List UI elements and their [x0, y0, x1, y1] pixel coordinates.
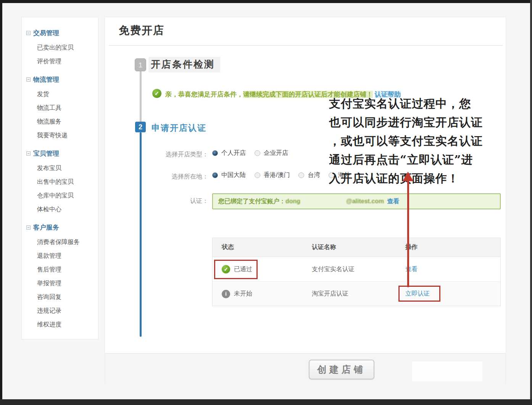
annotation-line: 支付宝实名认证过程中，您	[329, 94, 505, 113]
red-arrow-line	[407, 180, 409, 287]
sidebar-item-health-center[interactable]: 体检中心	[26, 202, 98, 216]
sidebar-group-label: 客户服务	[33, 223, 59, 232]
shop-type-options: 个人开店 企业开店	[212, 149, 293, 157]
sidebar-item-rights-progress[interactable]: 维权进度	[26, 318, 98, 331]
sidebar-group-items: 宝贝管理 发布宝贝 出售中的宝贝 仓库中的宝贝 体检中心	[26, 148, 98, 216]
collapse-icon	[26, 77, 31, 82]
radio-enterprise-shop[interactable]	[255, 150, 260, 156]
frame-border-right	[530, 0, 532, 400]
sidebar-item-items-on-sale[interactable]: 出售中的宝贝	[26, 175, 98, 189]
sidebar-group-label: 物流管理	[33, 75, 59, 84]
step2-title: 申请开店认证	[152, 122, 206, 134]
location-label: 选择所在地：	[142, 173, 208, 181]
table-row-taobao-cert: i 未开始 淘宝开店认证 立即认证	[213, 281, 500, 306]
cert-name: 淘宝开店认证	[312, 290, 405, 298]
step1-badge: 1	[135, 58, 146, 71]
cert-account-domain: @alitest.com	[346, 198, 384, 205]
sidebar-item-logistics-services[interactable]: 物流服务	[26, 115, 98, 129]
alipay-bound-box: 您已绑定了支付宝账户：dong@alitest.com 查看	[212, 193, 501, 209]
status-badge: 未开始	[234, 290, 252, 298]
screenshot-root: 交易管理 已卖出的宝贝 评价管理 物流管理 发货 物流工具 物流服务 我要寄快递…	[0, 0, 532, 405]
frame-border-bottom	[0, 399, 532, 405]
step1-title: 开店条件检测	[148, 57, 220, 72]
table-header-row: 状态 认证名称 操作	[213, 238, 500, 257]
annotation-line: 通过后再点击“立即认证”进	[329, 150, 505, 169]
sidebar-group-logistics: 物流管理 发货 物流工具 物流服务 我要寄快递	[26, 74, 98, 142]
sidebar-item-send-express[interactable]: 我要寄快递	[26, 129, 98, 142]
sidebar-group-label: 宝贝管理	[33, 149, 59, 158]
radio-taiwan[interactable]	[298, 172, 304, 178]
sidebar-item-aftersale-management[interactable]: 售后管理	[26, 263, 98, 276]
collapse-icon	[26, 151, 31, 156]
red-arrow-head-icon	[403, 172, 413, 181]
sidebar-header-item-management[interactable]: 宝贝管理	[26, 148, 98, 159]
shop-type-label: 选择开店类型：	[142, 151, 208, 159]
frame-border-left	[0, 0, 2, 400]
sidebar-item-report-management[interactable]: 举报管理	[26, 276, 98, 290]
sidebar-group-label: 交易管理	[33, 29, 59, 37]
cert-label: 认证：	[142, 197, 208, 205]
step-timeline-gray	[140, 71, 142, 122]
step2-badge: 2	[135, 122, 146, 132]
radio-label[interactable]: 香港/澳门	[264, 171, 290, 179]
radio-mainland-china[interactable]	[212, 172, 218, 178]
main-content: 免费开店 1 开店条件检测 ✓ 亲，恭喜您满足开店条件，请继续完成下面的开店认证…	[105, 17, 506, 384]
annotation-line: 也可以同步进行淘宝开店认证	[329, 113, 505, 132]
collapse-icon	[26, 225, 31, 230]
watermark-box	[412, 362, 482, 381]
radio-label[interactable]: 中国大陆	[221, 171, 246, 179]
annotation-line: ，或也可以等支付宝实名认证	[329, 132, 505, 150]
create-shop-button[interactable]: 创建店铺	[309, 360, 374, 379]
sidebar-item-violation-records[interactable]: 违规记录	[26, 304, 98, 318]
sidebar-item-refund-management[interactable]: 退款管理	[26, 249, 98, 263]
cert-account-name: dong	[285, 198, 300, 205]
info-icon: i	[222, 290, 230, 298]
sidebar-item-review-management[interactable]: 评价管理	[26, 55, 98, 68]
notice-prefix: 亲，恭喜您满足开店条件，	[165, 91, 243, 98]
cert-view-link[interactable]: 查看	[387, 198, 399, 206]
sidebar-item-consumer-protection[interactable]: 消费者保障服务	[26, 235, 98, 249]
sidebar-header-customer-service[interactable]: 客户服务	[26, 222, 98, 233]
sidebar-header-logistics-management[interactable]: 物流管理	[26, 74, 98, 85]
sidebar-item-logistics-tools[interactable]: 物流工具	[26, 101, 98, 115]
radio-label[interactable]: 个人开店	[221, 149, 246, 157]
cert-bound-text: 您已绑定了支付宝账户：	[218, 198, 285, 206]
header-cert-name: 认证名称	[312, 243, 405, 251]
annotation-note: 支付宝实名认证过程中，您 也可以同步进行淘宝开店认证 ，或也可以等支付宝实名认证…	[329, 94, 505, 188]
page-title: 免费开店	[119, 23, 164, 38]
header-operation: 操作	[405, 243, 500, 251]
success-check-icon: ✓	[152, 89, 161, 98]
step-timeline-blue	[140, 132, 142, 337]
sidebar-group-service: 客户服务 消费者保障服务 退款管理 售后管理 举报管理 咨询回复 违规记录 维权…	[26, 222, 98, 331]
radio-personal-shop[interactable]	[212, 150, 218, 156]
cert-name: 支付宝实名认证	[312, 265, 405, 273]
sidebar-item-publish-item[interactable]: 发布宝贝	[26, 161, 98, 175]
header-status: 状态	[213, 243, 312, 251]
sidebar: 交易管理 已卖出的宝贝 评价管理 物流管理 发货 物流工具 物流服务 我要寄快递…	[21, 17, 98, 339]
collapse-icon	[26, 31, 31, 35]
divider	[109, 45, 503, 46]
sidebar-item-items-in-stock[interactable]: 仓库中的宝贝	[26, 189, 98, 202]
radio-hongkong-macau[interactable]	[255, 172, 260, 178]
highlight-box-passed-status	[214, 260, 258, 279]
sidebar-item-ship-goods[interactable]: 发货	[26, 87, 98, 101]
radio-label[interactable]: 台湾	[308, 171, 320, 179]
frame-border-top	[0, 0, 532, 3]
sidebar-item-consult-reply[interactable]: 咨询回复	[26, 290, 98, 304]
sidebar-group-trade: 交易管理 已卖出的宝贝 评价管理	[26, 27, 98, 68]
radio-label[interactable]: 企业开店	[264, 149, 288, 157]
annotation-line: 入开店认证的页面操作！	[329, 169, 505, 188]
sidebar-header-trade-management[interactable]: 交易管理	[26, 27, 98, 39]
highlight-box-certify-now	[398, 286, 440, 302]
sidebar-item-sold-items[interactable]: 已卖出的宝贝	[26, 41, 98, 55]
